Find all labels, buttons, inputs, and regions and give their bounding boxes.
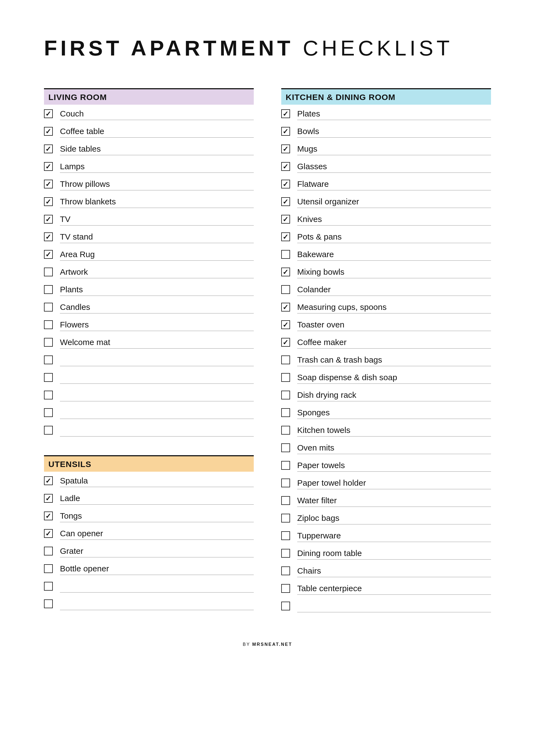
item-label: Chairs — [297, 566, 321, 576]
checkbox[interactable] — [281, 145, 290, 153]
item-label-line — [60, 354, 254, 366]
checkbox[interactable] — [281, 127, 290, 136]
checkbox[interactable] — [44, 127, 53, 136]
checkbox[interactable] — [281, 268, 290, 276]
checkbox[interactable] — [281, 303, 290, 311]
checkbox[interactable] — [281, 584, 290, 593]
checkbox[interactable] — [281, 408, 290, 417]
checkbox[interactable] — [44, 285, 53, 294]
item-label-line: Grater — [60, 545, 254, 557]
checkbox[interactable] — [44, 494, 53, 503]
list-item: Sponges — [281, 404, 491, 421]
item-label-line: Mugs — [297, 143, 491, 155]
checkbox[interactable] — [44, 250, 53, 259]
checkbox[interactable] — [281, 602, 290, 610]
list-item: Ziploc bags — [281, 509, 491, 526]
column-right: KITCHEN & DINING ROOMPlatesBowlsMugsGlas… — [281, 88, 491, 631]
checkbox[interactable] — [44, 232, 53, 241]
list-item: TV — [44, 210, 254, 228]
list-item: Area Rug — [44, 245, 254, 263]
checkbox[interactable] — [44, 599, 53, 608]
checkbox[interactable] — [281, 478, 290, 487]
checkbox[interactable] — [281, 215, 290, 224]
checkbox[interactable] — [44, 215, 53, 224]
item-label: TV stand — [60, 232, 93, 241]
checkbox[interactable] — [281, 531, 290, 540]
checkbox[interactable] — [281, 232, 290, 241]
item-label-line: Water filter — [297, 494, 491, 507]
item-label-line: Coffee table — [60, 125, 254, 138]
checkbox[interactable] — [281, 373, 290, 382]
item-label: Candles — [60, 303, 90, 312]
item-label-line: Measuring cups, spoons — [297, 301, 491, 313]
checkbox[interactable] — [281, 461, 290, 470]
checkbox[interactable] — [281, 496, 290, 505]
checkbox[interactable] — [44, 268, 53, 276]
item-label-line: Throw pillows — [60, 178, 254, 190]
checkbox[interactable] — [281, 162, 290, 171]
checkbox[interactable] — [44, 145, 53, 153]
checkbox[interactable] — [44, 356, 53, 364]
checkbox[interactable] — [44, 373, 53, 382]
checkbox[interactable] — [281, 285, 290, 294]
footer: BY MRSNEAT.NET — [44, 642, 491, 647]
checkbox[interactable] — [281, 514, 290, 523]
item-label-line: Utensil organizer — [297, 195, 491, 208]
checkbox[interactable] — [44, 109, 53, 118]
checkbox[interactable] — [44, 338, 53, 347]
item-label-line: Trash can & trash bags — [297, 354, 491, 366]
list-item: Dining room table — [281, 544, 491, 562]
checkbox[interactable] — [44, 564, 53, 573]
item-label-line — [60, 424, 254, 437]
item-label-line: Lamps — [60, 160, 254, 173]
list-item: Candles — [44, 298, 254, 316]
checkbox[interactable] — [44, 476, 53, 485]
checkbox[interactable] — [281, 109, 290, 118]
checkbox[interactable] — [44, 547, 53, 555]
item-label: Can opener — [60, 529, 103, 538]
item-label: Mugs — [297, 144, 317, 153]
checkbox[interactable] — [44, 162, 53, 171]
checkbox[interactable] — [281, 320, 290, 329]
list-item: Grater — [44, 542, 254, 559]
list-item: Glasses — [281, 157, 491, 175]
checkbox[interactable] — [281, 391, 290, 399]
item-label: Welcome mat — [60, 338, 110, 347]
column-left: LIVING ROOMCouchCoffee tableSide tablesL… — [44, 88, 254, 631]
item-label-line: Throw blankets — [60, 195, 254, 208]
item-label: Artwork — [60, 267, 88, 277]
checkbox[interactable] — [44, 426, 53, 435]
checkbox[interactable] — [44, 511, 53, 520]
checkbox[interactable] — [281, 250, 290, 259]
checkbox[interactable] — [281, 356, 290, 364]
checkbox[interactable] — [44, 391, 53, 399]
list-item: Throw blankets — [44, 193, 254, 210]
checkbox[interactable] — [44, 303, 53, 311]
checkbox[interactable] — [44, 197, 53, 206]
checkbox[interactable] — [281, 566, 290, 575]
item-label: Dining room table — [297, 549, 362, 558]
item-label: Bottle opener — [60, 564, 109, 573]
checkbox[interactable] — [44, 320, 53, 329]
checkbox[interactable] — [281, 197, 290, 206]
list-item: Spatula — [44, 472, 254, 489]
item-label-line — [60, 598, 254, 610]
checkbox[interactable] — [281, 549, 290, 558]
checkbox[interactable] — [281, 180, 290, 188]
checkbox[interactable] — [281, 338, 290, 347]
checkbox[interactable] — [44, 582, 53, 591]
list-item: Tupperware — [281, 526, 491, 544]
checkbox[interactable] — [281, 444, 290, 452]
checkbox[interactable] — [44, 529, 53, 538]
item-label: Bowls — [297, 127, 319, 136]
item-label-line: Soap dispense & dish soap — [297, 371, 491, 384]
list-item: TV stand — [44, 228, 254, 245]
list-item: Pots & pans — [281, 228, 491, 245]
checkbox[interactable] — [281, 426, 290, 435]
checkbox[interactable] — [44, 180, 53, 188]
item-label: TV — [60, 215, 70, 224]
list-item: Can opener — [44, 525, 254, 542]
list-item: Oven mits — [281, 439, 491, 456]
item-label: Side tables — [60, 144, 100, 153]
checkbox[interactable] — [44, 408, 53, 417]
